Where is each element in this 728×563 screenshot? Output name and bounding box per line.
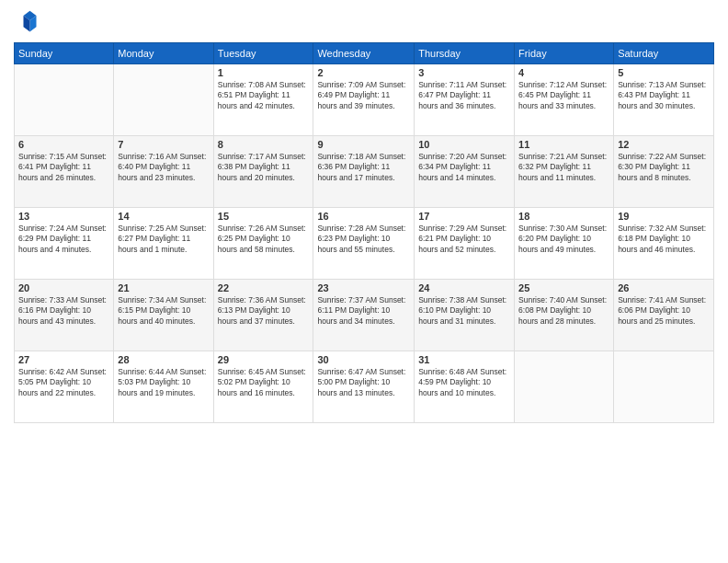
calendar-cell: 9Sunrise: 7:18 AM Sunset: 6:36 PM Daylig… — [313, 136, 415, 208]
day-number: 1 — [218, 67, 310, 78]
calendar-cell: 21Sunrise: 7:34 AM Sunset: 6:15 PM Dayli… — [114, 280, 213, 351]
calendar-header-friday: Friday — [515, 43, 614, 64]
day-info: Sunrise: 7:20 AM Sunset: 6:34 PM Dayligh… — [418, 152, 510, 183]
day-number: 24 — [418, 282, 510, 293]
calendar-cell: 4Sunrise: 7:12 AM Sunset: 6:45 PM Daylig… — [515, 64, 614, 136]
calendar-cell: 22Sunrise: 7:36 AM Sunset: 6:13 PM Dayli… — [213, 280, 313, 351]
day-info: Sunrise: 7:36 AM Sunset: 6:13 PM Dayligh… — [218, 295, 310, 327]
calendar-header-thursday: Thursday — [415, 43, 515, 64]
day-number: 17 — [418, 211, 510, 222]
day-number: 20 — [18, 282, 109, 293]
day-info: Sunrise: 7:41 AM Sunset: 6:06 PM Dayligh… — [618, 295, 710, 327]
calendar-cell: 16Sunrise: 7:28 AM Sunset: 6:23 PM Dayli… — [313, 208, 415, 280]
calendar-cell: 17Sunrise: 7:29 AM Sunset: 6:21 PM Dayli… — [415, 208, 515, 280]
day-number: 14 — [118, 211, 209, 222]
day-number: 10 — [418, 139, 510, 150]
calendar-table: SundayMondayTuesdayWednesdayThursdayFrid… — [14, 42, 714, 423]
day-info: Sunrise: 7:38 AM Sunset: 6:10 PM Dayligh… — [418, 295, 510, 327]
day-info: Sunrise: 7:29 AM Sunset: 6:21 PM Dayligh… — [418, 224, 510, 255]
day-info: Sunrise: 7:21 AM Sunset: 6:32 PM Dayligh… — [518, 152, 609, 183]
calendar-cell: 28Sunrise: 6:44 AM Sunset: 5:03 PM Dayli… — [114, 351, 213, 423]
calendar-cell: 31Sunrise: 6:48 AM Sunset: 4:59 PM Dayli… — [415, 351, 515, 423]
day-number: 21 — [118, 282, 209, 293]
day-number: 6 — [18, 139, 109, 150]
calendar-cell: 13Sunrise: 7:24 AM Sunset: 6:29 PM Dayli… — [15, 208, 114, 280]
day-info: Sunrise: 6:42 AM Sunset: 5:05 PM Dayligh… — [18, 367, 109, 398]
logo — [14, 9, 43, 35]
calendar-cell: 26Sunrise: 7:41 AM Sunset: 6:06 PM Dayli… — [614, 280, 714, 351]
calendar-cell: 18Sunrise: 7:30 AM Sunset: 6:20 PM Dayli… — [515, 208, 614, 280]
calendar-cell: 30Sunrise: 6:47 AM Sunset: 5:00 PM Dayli… — [313, 351, 415, 423]
calendar-cell: 19Sunrise: 7:32 AM Sunset: 6:18 PM Dayli… — [614, 208, 714, 280]
day-number: 3 — [418, 67, 510, 78]
day-number: 28 — [118, 354, 209, 365]
day-info: Sunrise: 7:22 AM Sunset: 6:30 PM Dayligh… — [618, 152, 710, 183]
day-info: Sunrise: 7:15 AM Sunset: 6:41 PM Dayligh… — [18, 152, 109, 183]
calendar-week-1: 1Sunrise: 7:08 AM Sunset: 6:51 PM Daylig… — [15, 64, 714, 136]
day-number: 18 — [518, 211, 609, 222]
day-info: Sunrise: 6:47 AM Sunset: 5:00 PM Dayligh… — [317, 367, 410, 398]
calendar-cell: 6Sunrise: 7:15 AM Sunset: 6:41 PM Daylig… — [15, 136, 114, 208]
calendar-cell: 5Sunrise: 7:13 AM Sunset: 6:43 PM Daylig… — [614, 64, 714, 136]
calendar-cell: 15Sunrise: 7:26 AM Sunset: 6:25 PM Dayli… — [213, 208, 313, 280]
calendar-cell — [614, 351, 714, 423]
day-number: 13 — [18, 211, 109, 222]
day-info: Sunrise: 7:34 AM Sunset: 6:15 PM Dayligh… — [118, 295, 209, 327]
day-number: 19 — [618, 211, 710, 222]
calendar-header-tuesday: Tuesday — [213, 43, 313, 64]
calendar-week-4: 20Sunrise: 7:33 AM Sunset: 6:16 PM Dayli… — [15, 280, 714, 351]
day-number: 27 — [18, 354, 109, 365]
day-info: Sunrise: 7:37 AM Sunset: 6:11 PM Dayligh… — [317, 295, 410, 327]
calendar-header-monday: Monday — [114, 43, 213, 64]
day-number: 29 — [218, 354, 310, 365]
calendar-cell: 12Sunrise: 7:22 AM Sunset: 6:30 PM Dayli… — [614, 136, 714, 208]
calendar-week-2: 6Sunrise: 7:15 AM Sunset: 6:41 PM Daylig… — [15, 136, 714, 208]
calendar-week-5: 27Sunrise: 6:42 AM Sunset: 5:05 PM Dayli… — [15, 351, 714, 423]
calendar-cell: 2Sunrise: 7:09 AM Sunset: 6:49 PM Daylig… — [313, 64, 415, 136]
calendar-header-wednesday: Wednesday — [313, 43, 415, 64]
day-info: Sunrise: 7:08 AM Sunset: 6:51 PM Dayligh… — [218, 80, 310, 111]
day-info: Sunrise: 6:44 AM Sunset: 5:03 PM Dayligh… — [118, 367, 209, 398]
day-info: Sunrise: 6:48 AM Sunset: 4:59 PM Dayligh… — [418, 367, 510, 398]
day-number: 12 — [618, 139, 710, 150]
day-info: Sunrise: 7:18 AM Sunset: 6:36 PM Dayligh… — [317, 152, 410, 183]
day-number: 11 — [518, 139, 609, 150]
day-number: 8 — [218, 139, 310, 150]
day-info: Sunrise: 7:40 AM Sunset: 6:08 PM Dayligh… — [518, 295, 609, 327]
day-number: 7 — [118, 139, 209, 150]
day-number: 9 — [317, 139, 410, 150]
calendar-cell: 24Sunrise: 7:38 AM Sunset: 6:10 PM Dayli… — [415, 280, 515, 351]
page-header — [14, 9, 714, 35]
calendar-cell — [114, 64, 213, 136]
calendar-week-3: 13Sunrise: 7:24 AM Sunset: 6:29 PM Dayli… — [15, 208, 714, 280]
calendar-cell: 7Sunrise: 7:16 AM Sunset: 6:40 PM Daylig… — [114, 136, 213, 208]
generalblue-logo-icon — [14, 9, 40, 35]
calendar-cell: 3Sunrise: 7:11 AM Sunset: 6:47 PM Daylig… — [415, 64, 515, 136]
day-info: Sunrise: 7:12 AM Sunset: 6:45 PM Dayligh… — [518, 80, 609, 111]
day-number: 30 — [317, 354, 410, 365]
day-number: 5 — [618, 67, 710, 78]
calendar-cell: 23Sunrise: 7:37 AM Sunset: 6:11 PM Dayli… — [313, 280, 415, 351]
day-number: 25 — [518, 282, 609, 293]
day-info: Sunrise: 7:09 AM Sunset: 6:49 PM Dayligh… — [317, 80, 410, 111]
day-number: 2 — [317, 67, 410, 78]
day-info: Sunrise: 7:26 AM Sunset: 6:25 PM Dayligh… — [218, 224, 310, 255]
day-number: 31 — [418, 354, 510, 365]
calendar-cell: 29Sunrise: 6:45 AM Sunset: 5:02 PM Dayli… — [213, 351, 313, 423]
day-number: 16 — [317, 211, 410, 222]
calendar-cell — [515, 351, 614, 423]
day-info: Sunrise: 7:32 AM Sunset: 6:18 PM Dayligh… — [618, 224, 710, 255]
day-info: Sunrise: 7:30 AM Sunset: 6:20 PM Dayligh… — [518, 224, 609, 255]
day-info: Sunrise: 7:11 AM Sunset: 6:47 PM Dayligh… — [418, 80, 510, 111]
day-number: 22 — [218, 282, 310, 293]
calendar-header-sunday: Sunday — [15, 43, 114, 64]
day-info: Sunrise: 7:24 AM Sunset: 6:29 PM Dayligh… — [18, 224, 109, 255]
calendar-cell: 20Sunrise: 7:33 AM Sunset: 6:16 PM Dayli… — [15, 280, 114, 351]
day-info: Sunrise: 7:25 AM Sunset: 6:27 PM Dayligh… — [118, 224, 209, 255]
calendar-header-row: SundayMondayTuesdayWednesdayThursdayFrid… — [15, 43, 714, 64]
day-info: Sunrise: 7:28 AM Sunset: 6:23 PM Dayligh… — [317, 224, 410, 255]
calendar-header-saturday: Saturday — [614, 43, 714, 64]
calendar-cell: 8Sunrise: 7:17 AM Sunset: 6:38 PM Daylig… — [213, 136, 313, 208]
day-info: Sunrise: 7:16 AM Sunset: 6:40 PM Dayligh… — [118, 152, 209, 183]
day-info: Sunrise: 7:17 AM Sunset: 6:38 PM Dayligh… — [218, 152, 310, 183]
